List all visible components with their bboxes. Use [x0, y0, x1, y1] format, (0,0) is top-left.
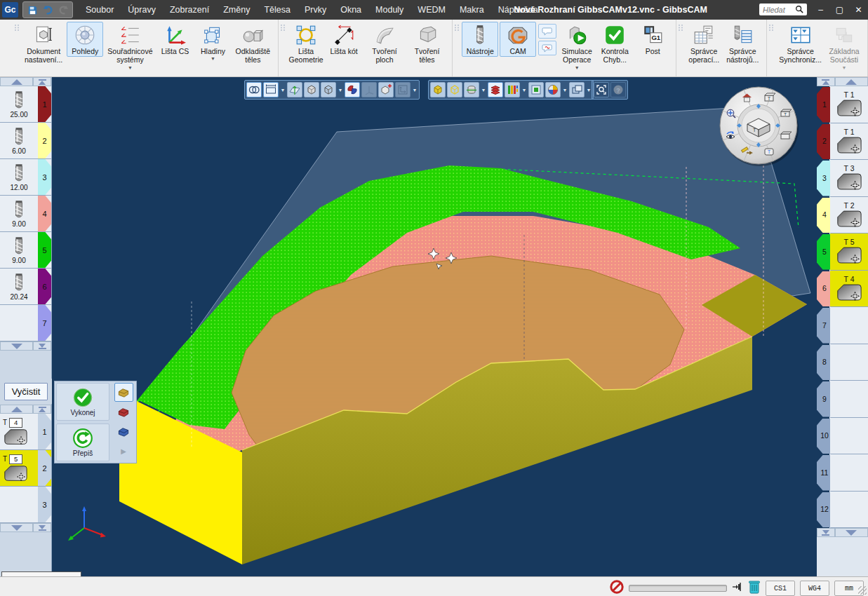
tool-slot-6[interactable]: 20.246: [0, 269, 51, 305]
solids-color-icon[interactable]: [345, 82, 360, 97]
plane-icon[interactable]: [287, 82, 302, 97]
process-scroll-bottom-button[interactable]: [33, 523, 51, 532]
stock-wire-icon[interactable]: [447, 82, 462, 97]
ribbon-button-li-ta-k-t[interactable]: Lišta kót: [326, 22, 362, 57]
view-navigation-wheel[interactable]: T T T: [717, 84, 800, 167]
shaded-cube-icon[interactable]: [304, 82, 319, 97]
redo-all-button[interactable]: Přepiš: [56, 424, 109, 461]
search-input[interactable]: [761, 5, 795, 15]
operation-slot-12[interactable]: 12: [817, 492, 868, 529]
cube-plus-icon[interactable]: [378, 82, 394, 97]
pin-icon[interactable]: [732, 582, 743, 595]
redo-icon[interactable]: [57, 4, 69, 16]
process-slot-3[interactable]: 3: [0, 487, 51, 523]
bottom-view-icon[interactable]: T: [765, 149, 773, 155]
ribbon-button-simulace-operace[interactable]: Simulace Operace▼: [559, 22, 595, 72]
tool-slot-5[interactable]: 9.005: [0, 232, 51, 269]
menu-item-prvky[interactable]: Prvky: [298, 0, 333, 20]
menu-item-makra[interactable]: Makra: [453, 0, 491, 20]
coordinate-system-button[interactable]: CS1: [766, 581, 795, 596]
cascade-icon[interactable]: [569, 82, 585, 97]
process-scroll-up-button[interactable]: [0, 405, 33, 414]
save-icon[interactable]: [26, 4, 39, 16]
menu-item-n-pov-da[interactable]: Nápověda: [491, 0, 545, 20]
dropdown-arrow-icon[interactable]: ▼: [412, 88, 418, 93]
blue-body-icon[interactable]: [114, 422, 133, 441]
operation-slot-9[interactable]: 9: [817, 381, 868, 418]
tool-slot-7[interactable]: 7: [0, 305, 51, 341]
ribbon-button-spr-vce-n-stroj[interactable]: Správce nástrojů...: [723, 22, 761, 66]
help-icon[interactable]: ?: [610, 82, 626, 97]
ribbon-button-li-ta-geometrie[interactable]: Lišta Geometrie: [288, 22, 324, 66]
operation-slot-4[interactable]: 4T 2: [817, 197, 868, 234]
menu-item-soubor[interactable]: Soubor: [79, 0, 121, 20]
menu-item-t-lesa[interactable]: Tělesa: [257, 0, 298, 20]
comment-bubble-icon[interactable]: [538, 24, 556, 39]
ribbon-button-pohledy[interactable]: Pohledy: [67, 22, 103, 57]
ribbon-button-post[interactable]: G1Post: [634, 22, 671, 57]
process-slot-1[interactable]: T41: [0, 414, 51, 450]
tool-scroll-up-button[interactable]: [0, 77, 33, 86]
op-scroll-top-button[interactable]: [817, 77, 835, 86]
operation-slot-8[interactable]: 8: [817, 344, 868, 381]
dimension-icon[interactable]: [263, 82, 279, 97]
menu-item-zobrazen[interactable]: Zobrazení: [163, 0, 216, 20]
tool-slot-3[interactable]: 12.003: [0, 159, 51, 196]
menu-item-zm-ny[interactable]: Změny: [216, 0, 257, 20]
resize-grip[interactable]: [858, 586, 867, 595]
dropdown-arrow-icon[interactable]: ▼: [280, 88, 286, 93]
clear-button[interactable]: Vyčistit: [4, 383, 48, 400]
op-scroll-up-button[interactable]: [835, 77, 868, 86]
close-button[interactable]: ✕: [849, 0, 868, 20]
menu-item-moduly[interactable]: Moduly: [368, 0, 410, 20]
dropdown-arrow-icon[interactable]: ▼: [338, 88, 343, 93]
undo-icon[interactable]: [41, 4, 54, 16]
slice-icon[interactable]: [464, 82, 479, 97]
facet-cube-icon[interactable]: [528, 82, 544, 97]
ribbon-button-hladiny[interactable]: Hladiny▼: [195, 22, 232, 62]
speed-slider[interactable]: [629, 585, 727, 592]
viewport[interactable]: ▼▼▼ ▼▼▼▼ ?: [52, 77, 817, 576]
ribbon-button-dokument-nastaven[interactable]: Dokument nastavení...: [22, 22, 65, 66]
ribbon-button-cam[interactable]: CAM: [500, 22, 536, 57]
operation-slot-1[interactable]: 1T 1: [817, 86, 868, 123]
operation-slot-2[interactable]: 2T 1: [817, 123, 868, 161]
dropdown-arrow-icon[interactable]: ▼: [521, 88, 527, 93]
workgroup-button[interactable]: WG4: [800, 581, 829, 596]
ribbon-button-n-stroje[interactable]: Nástroje: [462, 22, 498, 57]
dropdown-arrow-icon[interactable]: ▼: [586, 88, 592, 93]
search-icon[interactable]: [795, 4, 803, 16]
search-box[interactable]: [759, 4, 807, 15]
wireframe-cube-icon[interactable]: [321, 82, 336, 97]
ribbon-button-odkladi-t-t-les[interactable]: Odkladiště těles: [233, 22, 274, 66]
ribbon-button-tvo-en-ploch[interactable]: Tvoření ploch: [363, 22, 406, 66]
tool-slot-2[interactable]: 6.002: [0, 123, 51, 159]
execute-button[interactable]: Vykonej: [56, 383, 109, 421]
operation-slot-10[interactable]: 10: [817, 418, 868, 455]
process-scroll-top-button[interactable]: [33, 405, 51, 414]
zoom-fit-icon[interactable]: [594, 82, 609, 97]
operation-slot-6[interactable]: 6T 4: [817, 271, 868, 308]
cs-small-icon[interactable]: [361, 82, 377, 97]
red-body-icon[interactable]: [114, 402, 133, 421]
operation-slot-11[interactable]: 11: [817, 454, 868, 492]
menu-item-okna[interactable]: Okna: [333, 0, 368, 20]
tool-scroll-down-button[interactable]: [0, 341, 33, 351]
tool-slot-4[interactable]: 9.004: [0, 196, 51, 232]
viewport-3d-scene[interactable]: [52, 77, 817, 576]
color-bars-icon[interactable]: [505, 82, 520, 97]
tool-slot-1[interactable]: 25.001: [0, 86, 51, 123]
interrupt-icon[interactable]: [610, 580, 624, 596]
dropdown-arrow-icon[interactable]: ▼: [481, 88, 486, 93]
process-scroll-down-button[interactable]: [0, 523, 33, 532]
dropdown-arrow-icon[interactable]: ▼: [562, 88, 568, 93]
operation-slot-5[interactable]: 5T 5: [817, 233, 868, 271]
ribbon-button-spr-vce-synchroniz[interactable]: Správce Synchroniz...: [776, 22, 824, 66]
yellow-body-icon[interactable]: [114, 383, 133, 402]
ribbon-button-z-kladna-sou-sti[interactable]: Základna Součásti▼: [826, 22, 862, 72]
ribbon-button-li-ta-cs[interactable]: Lišta CS: [157, 22, 194, 57]
pie-sphere-icon[interactable]: [545, 82, 561, 97]
menu-item-pravy[interactable]: Úpravy: [121, 0, 163, 20]
menu-item-wedm[interactable]: WEDM: [410, 0, 453, 20]
stock-cube-icon[interactable]: [430, 82, 446, 97]
